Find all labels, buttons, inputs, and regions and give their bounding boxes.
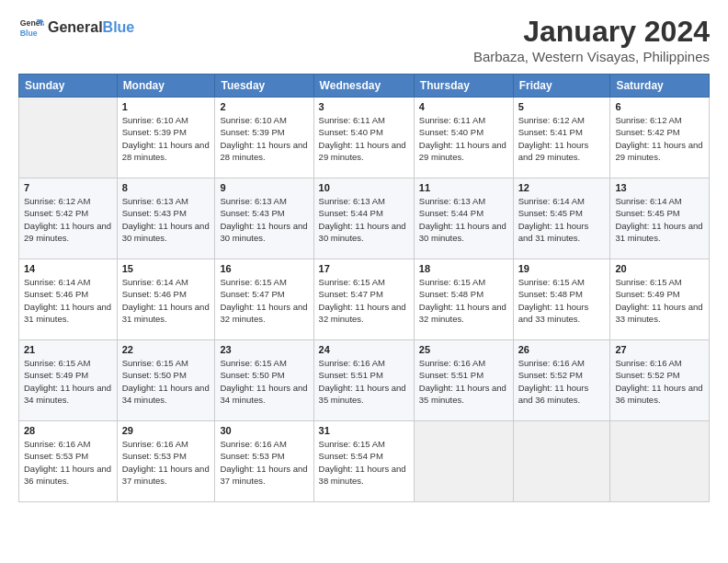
day-info: Sunrise: 6:15 AMSunset: 5:47 PMDaylight:… — [220, 276, 308, 325]
table-cell: 14Sunrise: 6:14 AMSunset: 5:46 PMDayligh… — [19, 259, 118, 340]
table-cell: 18Sunrise: 6:15 AMSunset: 5:48 PMDayligh… — [414, 259, 513, 340]
table-cell: 22Sunrise: 6:15 AMSunset: 5:50 PMDayligh… — [117, 340, 215, 421]
table-cell: 3Sunrise: 6:11 AMSunset: 5:40 PMDaylight… — [313, 98, 414, 178]
day-number: 21 — [24, 344, 112, 355]
day-info: Sunrise: 6:15 AMSunset: 5:50 PMDaylight:… — [122, 357, 210, 406]
day-number: 16 — [220, 263, 308, 274]
calendar: Sunday Monday Tuesday Wednesday Thursday… — [18, 74, 710, 502]
day-number: 25 — [419, 344, 508, 355]
table-cell: 7Sunrise: 6:12 AMSunset: 5:42 PMDaylight… — [19, 178, 118, 259]
table-cell — [610, 421, 710, 502]
day-number: 22 — [122, 344, 210, 355]
col-thursday: Thursday — [414, 75, 513, 98]
day-info: Sunrise: 6:16 AMSunset: 5:53 PMDaylight:… — [24, 438, 112, 487]
table-cell: 17Sunrise: 6:15 AMSunset: 5:47 PMDayligh… — [313, 259, 414, 340]
table-cell: 27Sunrise: 6:16 AMSunset: 5:52 PMDayligh… — [610, 340, 710, 421]
calendar-week-row: 28Sunrise: 6:16 AMSunset: 5:53 PMDayligh… — [19, 421, 710, 502]
logo-blue: Blue — [103, 19, 135, 35]
calendar-week-row: 1Sunrise: 6:10 AMSunset: 5:39 PMDaylight… — [19, 98, 710, 178]
day-info: Sunrise: 6:12 AMSunset: 5:42 PMDaylight:… — [24, 195, 112, 244]
day-number: 12 — [518, 182, 606, 193]
logo-icon: General Blue — [18, 15, 44, 40]
day-number: 11 — [419, 182, 508, 193]
table-cell: 4Sunrise: 6:11 AMSunset: 5:40 PMDaylight… — [414, 98, 513, 178]
table-cell: 16Sunrise: 6:15 AMSunset: 5:47 PMDayligh… — [215, 259, 313, 340]
logo-general: General — [48, 19, 103, 35]
table-cell — [414, 421, 513, 502]
table-cell: 9Sunrise: 6:13 AMSunset: 5:43 PMDaylight… — [215, 178, 313, 259]
table-cell: 15Sunrise: 6:14 AMSunset: 5:46 PMDayligh… — [117, 259, 215, 340]
table-cell: 2Sunrise: 6:10 AMSunset: 5:39 PMDaylight… — [215, 98, 313, 178]
day-number: 9 — [220, 182, 308, 193]
day-number: 31 — [319, 425, 409, 436]
table-cell: 20Sunrise: 6:15 AMSunset: 5:49 PMDayligh… — [610, 259, 710, 340]
day-info: Sunrise: 6:13 AMSunset: 5:44 PMDaylight:… — [419, 195, 508, 244]
day-info: Sunrise: 6:14 AMSunset: 5:46 PMDaylight:… — [122, 276, 210, 325]
day-info: Sunrise: 6:15 AMSunset: 5:49 PMDaylight:… — [615, 276, 704, 325]
header: General Blue GeneralBlue January 2024 Ba… — [18, 15, 710, 64]
table-cell: 23Sunrise: 6:15 AMSunset: 5:50 PMDayligh… — [215, 340, 313, 421]
day-info: Sunrise: 6:16 AMSunset: 5:52 PMDaylight:… — [615, 357, 704, 406]
day-number: 5 — [518, 101, 606, 112]
day-number: 26 — [518, 344, 606, 355]
table-cell: 26Sunrise: 6:16 AMSunset: 5:52 PMDayligh… — [513, 340, 610, 421]
title-section: January 2024 Barbaza, Western Visayas, P… — [473, 15, 710, 64]
col-sunday: Sunday — [19, 75, 118, 98]
day-number: 7 — [24, 182, 112, 193]
calendar-header-row: Sunday Monday Tuesday Wednesday Thursday… — [19, 75, 710, 98]
day-number: 18 — [419, 263, 508, 274]
day-number: 30 — [220, 425, 308, 436]
month-title: January 2024 — [473, 15, 710, 49]
day-number: 24 — [319, 344, 409, 355]
day-number: 28 — [24, 425, 112, 436]
day-info: Sunrise: 6:16 AMSunset: 5:52 PMDaylight:… — [518, 357, 606, 406]
day-info: Sunrise: 6:15 AMSunset: 5:48 PMDaylight:… — [419, 276, 508, 325]
day-info: Sunrise: 6:15 AMSunset: 5:54 PMDaylight:… — [319, 438, 409, 487]
location: Barbaza, Western Visayas, Philippines — [473, 49, 710, 64]
table-cell: 29Sunrise: 6:16 AMSunset: 5:53 PMDayligh… — [117, 421, 215, 502]
day-number: 10 — [319, 182, 409, 193]
day-info: Sunrise: 6:16 AMSunset: 5:51 PMDaylight:… — [419, 357, 508, 406]
col-monday: Monday — [117, 75, 215, 98]
table-cell: 1Sunrise: 6:10 AMSunset: 5:39 PMDaylight… — [117, 98, 215, 178]
table-cell — [513, 421, 610, 502]
day-info: Sunrise: 6:15 AMSunset: 5:50 PMDaylight:… — [220, 357, 308, 406]
logo: General Blue GeneralBlue — [18, 15, 134, 40]
day-info: Sunrise: 6:14 AMSunset: 5:45 PMDaylight:… — [615, 195, 704, 244]
table-cell: 6Sunrise: 6:12 AMSunset: 5:42 PMDaylight… — [610, 98, 710, 178]
day-info: Sunrise: 6:13 AMSunset: 5:43 PMDaylight:… — [122, 195, 210, 244]
col-friday: Friday — [513, 75, 610, 98]
col-tuesday: Tuesday — [215, 75, 313, 98]
calendar-week-row: 7Sunrise: 6:12 AMSunset: 5:42 PMDaylight… — [19, 178, 710, 259]
day-number: 3 — [319, 101, 409, 112]
day-info: Sunrise: 6:16 AMSunset: 5:51 PMDaylight:… — [319, 357, 409, 406]
day-info: Sunrise: 6:14 AMSunset: 5:45 PMDaylight:… — [518, 195, 606, 244]
table-cell: 21Sunrise: 6:15 AMSunset: 5:49 PMDayligh… — [19, 340, 118, 421]
day-info: Sunrise: 6:15 AMSunset: 5:49 PMDaylight:… — [24, 357, 112, 406]
day-number: 2 — [220, 101, 308, 112]
day-info: Sunrise: 6:10 AMSunset: 5:39 PMDaylight:… — [220, 114, 308, 163]
day-info: Sunrise: 6:14 AMSunset: 5:46 PMDaylight:… — [24, 276, 112, 325]
day-info: Sunrise: 6:12 AMSunset: 5:41 PMDaylight:… — [518, 114, 606, 163]
day-number: 14 — [24, 263, 112, 274]
table-cell: 12Sunrise: 6:14 AMSunset: 5:45 PMDayligh… — [513, 178, 610, 259]
day-number: 29 — [122, 425, 210, 436]
day-number: 6 — [615, 101, 704, 112]
table-cell: 31Sunrise: 6:15 AMSunset: 5:54 PMDayligh… — [313, 421, 414, 502]
day-info: Sunrise: 6:12 AMSunset: 5:42 PMDaylight:… — [615, 114, 704, 163]
day-info: Sunrise: 6:11 AMSunset: 5:40 PMDaylight:… — [319, 114, 409, 163]
table-cell: 10Sunrise: 6:13 AMSunset: 5:44 PMDayligh… — [313, 178, 414, 259]
day-number: 17 — [319, 263, 409, 274]
table-cell — [19, 98, 118, 178]
col-wednesday: Wednesday — [313, 75, 414, 98]
col-saturday: Saturday — [610, 75, 710, 98]
day-info: Sunrise: 6:16 AMSunset: 5:53 PMDaylight:… — [122, 438, 210, 487]
day-number: 15 — [122, 263, 210, 274]
calendar-week-row: 14Sunrise: 6:14 AMSunset: 5:46 PMDayligh… — [19, 259, 710, 340]
day-number: 13 — [615, 182, 704, 193]
svg-text:Blue: Blue — [20, 29, 38, 38]
day-info: Sunrise: 6:15 AMSunset: 5:48 PMDaylight:… — [518, 276, 606, 325]
day-info: Sunrise: 6:15 AMSunset: 5:47 PMDaylight:… — [319, 276, 409, 325]
table-cell: 24Sunrise: 6:16 AMSunset: 5:51 PMDayligh… — [313, 340, 414, 421]
day-number: 20 — [615, 263, 704, 274]
